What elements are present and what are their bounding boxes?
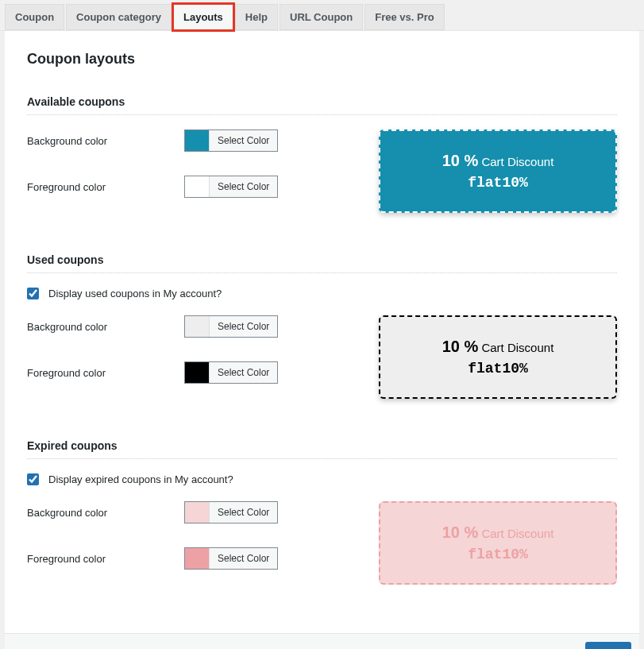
coupon-percent: 10 % (442, 338, 479, 355)
coupon-code: flat10% (388, 175, 607, 191)
tab-layouts[interactable]: Layouts (173, 4, 233, 30)
field-expired-bg: Background color Select Color (27, 501, 347, 523)
settings-panel: Coupon layouts Available coupons Backgro… (5, 31, 639, 633)
color-swatch[interactable] (185, 548, 209, 569)
field-label: Background color (27, 135, 184, 147)
checkbox-label: Display expired coupons in My account? (48, 473, 233, 485)
tab-help[interactable]: Help (235, 4, 278, 30)
checkbox-used: Display used coupons in My account? (27, 288, 617, 299)
section-title-used: Used coupons (27, 253, 617, 273)
checkbox-expired: Display expired coupons in My account? (27, 473, 617, 485)
field-label: Background color (27, 321, 184, 333)
color-picker-used-fg: Select Color (184, 361, 278, 384)
color-picker-available-fg: Select Color (184, 176, 278, 198)
field-label: Foreground color (27, 553, 184, 565)
color-swatch[interactable] (185, 316, 209, 337)
tab-label: Coupon category (76, 11, 161, 23)
field-available-fg: Foreground color Select Color (27, 176, 347, 198)
color-swatch[interactable] (185, 502, 209, 523)
page-title: Coupon layouts (27, 51, 617, 68)
tab-label: Coupon (15, 11, 54, 23)
select-color-button[interactable]: Select Color (209, 502, 277, 523)
color-picker-available-bg: Select Color (184, 129, 278, 152)
select-color-button[interactable]: Select Color (209, 548, 277, 569)
select-color-button[interactable]: Select Color (209, 176, 277, 197)
select-color-button[interactable]: Select Color (209, 316, 277, 337)
coupon-top-line: 10 % Cart Discount (388, 523, 607, 542)
coupon-percent: 10 % (442, 523, 479, 541)
coupon-code: flat10% (388, 547, 607, 562)
section-title-expired: Expired coupons (27, 439, 617, 459)
save-button[interactable]: Save (585, 642, 631, 649)
coupon-discount-text: Cart Discount (481, 527, 553, 540)
section-expired: Expired coupons Display expired coupons … (27, 439, 617, 593)
coupon-preview-available: 10 % Cart Discount flat10% (379, 129, 617, 213)
tab-url-coupon[interactable]: URL Coupon (280, 4, 363, 30)
coupon-preview-used: 10 % Cart Discount flat10% (379, 315, 617, 399)
color-swatch[interactable] (185, 362, 209, 383)
footer-bar: Save (5, 633, 639, 649)
coupon-discount-text: Cart Discount (481, 341, 553, 354)
color-picker-expired-fg: Select Color (184, 547, 278, 570)
tab-label: Free vs. Pro (375, 11, 434, 23)
coupon-discount-text: Cart Discount (481, 155, 553, 168)
tab-label: URL Coupon (290, 11, 353, 23)
field-label: Foreground color (27, 181, 184, 193)
tab-free-vs-pro[interactable]: Free vs. Pro (364, 4, 444, 30)
coupon-top-line: 10 % Cart Discount (388, 338, 607, 356)
color-swatch[interactable] (185, 176, 209, 197)
field-label: Background color (27, 507, 184, 519)
coupon-preview-expired: 10 % Cart Discount flat10% (379, 501, 617, 585)
select-color-button[interactable]: Select Color (209, 362, 277, 383)
checkbox-display-expired[interactable] (27, 473, 39, 485)
checkbox-display-used[interactable] (27, 288, 39, 299)
checkbox-label: Display used coupons in My account? (48, 288, 222, 299)
field-available-bg: Background color Select Color (27, 129, 347, 152)
tab-coupon[interactable]: Coupon (5, 4, 64, 30)
coupon-top-line: 10 % Cart Discount (388, 152, 607, 170)
tabs-bar: Coupon Coupon category Layouts Help URL … (0, 0, 644, 31)
section-available: Available coupons Background color Selec… (27, 95, 617, 222)
color-picker-used-bg: Select Color (184, 315, 278, 338)
color-picker-expired-bg: Select Color (184, 501, 278, 523)
tab-label: Help (245, 11, 268, 23)
section-used: Used coupons Display used coupons in My … (27, 253, 617, 408)
tab-label: Layouts (183, 11, 223, 23)
coupon-code: flat10% (388, 361, 607, 377)
field-label: Foreground color (27, 367, 184, 379)
select-color-button[interactable]: Select Color (209, 130, 277, 151)
tab-coupon-category[interactable]: Coupon category (66, 4, 172, 30)
field-used-bg: Background color Select Color (27, 315, 347, 338)
color-swatch[interactable] (185, 130, 209, 151)
section-title-available: Available coupons (27, 95, 617, 115)
field-used-fg: Foreground color Select Color (27, 361, 347, 384)
coupon-percent: 10 % (442, 152, 479, 169)
field-expired-fg: Foreground color Select Color (27, 547, 347, 570)
